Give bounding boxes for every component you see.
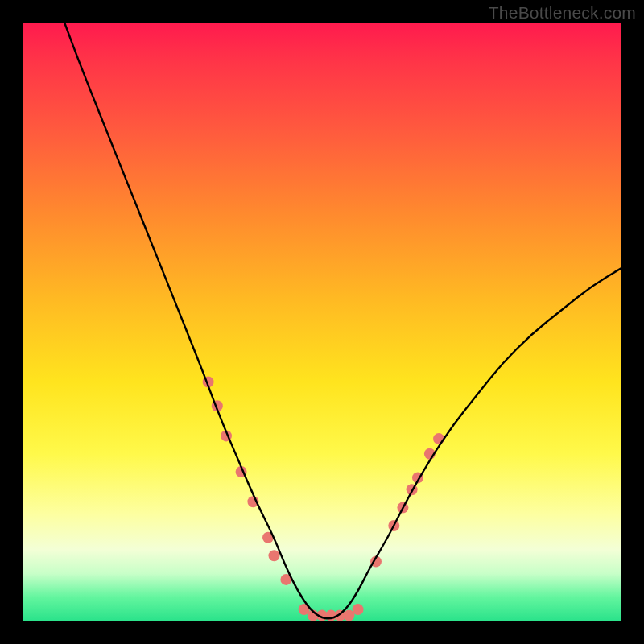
chart-frame: TheBottleneck.com <box>0 0 644 644</box>
bottleneck-curve <box>64 23 621 618</box>
watermark-text: TheBottleneck.com <box>489 3 636 23</box>
chart-svg <box>23 23 621 621</box>
data-marker <box>269 550 280 561</box>
plot-area <box>23 23 621 621</box>
data-marker <box>353 604 364 615</box>
